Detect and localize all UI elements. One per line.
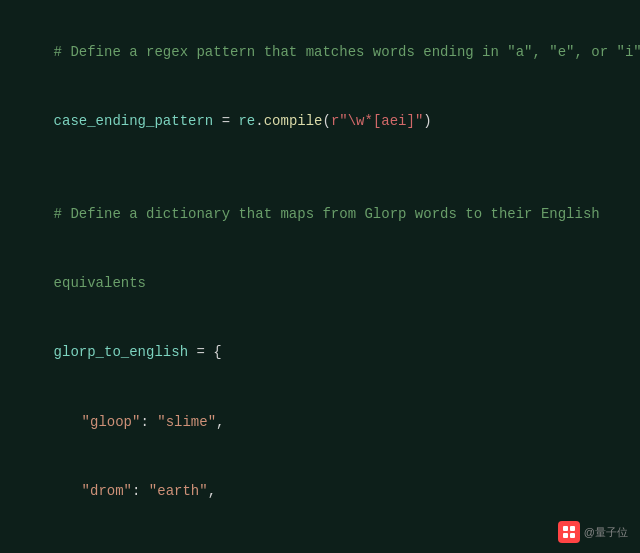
svg-rect-1 — [570, 526, 575, 531]
comment-line-2: # Define a dictionary that maps from Glo… — [20, 180, 620, 249]
svg-rect-3 — [570, 533, 575, 538]
dict-entry-0: "gloop": "slime", — [20, 388, 620, 457]
watermark-label: @量子位 — [584, 525, 628, 540]
pattern-line: case_ending_pattern = re.compile(r"\w*[a… — [20, 87, 620, 156]
watermark-icon — [558, 521, 580, 543]
dict-entry-1: "drom": "earth", — [20, 457, 620, 526]
svg-rect-0 — [563, 526, 568, 531]
dict-open-line: glorp_to_english = { — [20, 318, 620, 387]
svg-rect-2 — [563, 533, 568, 538]
comment-line-1: # Define a regex pattern that matches wo… — [20, 18, 620, 87]
dict-entry-2: "floom": "sky", — [20, 526, 620, 553]
code-block: # Define a regex pattern that matches wo… — [0, 0, 640, 553]
comment-line-2b: equivalents — [20, 249, 620, 318]
blank-line-1 — [20, 157, 620, 180]
watermark: @量子位 — [558, 521, 628, 543]
